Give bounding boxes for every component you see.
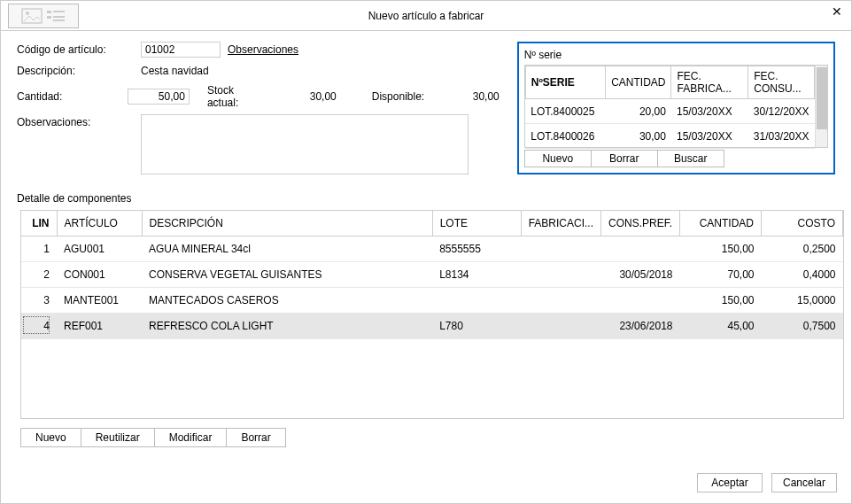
comp-reutilizar-button[interactable]: Reutilizar [81, 428, 155, 447]
observaciones-link[interactable]: Observaciones [228, 43, 298, 56]
svg-rect-5 [53, 16, 65, 18]
serie-buscar-button[interactable]: Buscar [657, 150, 724, 167]
descripcion-label: Descripción: [17, 63, 141, 79]
dialog-actions: Aceptar Cancelar [697, 473, 837, 492]
aceptar-button[interactable]: Aceptar [697, 473, 763, 492]
comp-col-cons[interactable]: CONS.PREF. [600, 211, 679, 236]
comp-col-lote[interactable]: LOTE [432, 211, 521, 236]
comp-col-costo[interactable]: COSTO [762, 211, 843, 236]
table-row[interactable]: 1 AGU001 AGUA MINERAL 34cl 8555555 150,0… [21, 236, 843, 261]
table-row[interactable]: 4 REF001 REFRESCO COLA LIGHT L780 23/06/… [21, 313, 843, 338]
serie-heading: Nº serie [524, 49, 828, 61]
svg-rect-6 [53, 19, 65, 21]
scrollbar-thumb[interactable] [817, 67, 827, 129]
codigo-input[interactable] [141, 42, 221, 58]
lines-icon [46, 8, 66, 24]
svg-rect-3 [53, 11, 65, 12]
article-form: Código de artículo: Observaciones Descri… [17, 42, 500, 180]
stock-label: Stock actual: [207, 84, 261, 109]
cantidad-input[interactable] [128, 89, 190, 105]
cancelar-button[interactable]: Cancelar [771, 473, 837, 492]
window-title: Nuevo artículo a fabricar [368, 10, 484, 22]
close-icon[interactable]: ✕ [832, 4, 842, 19]
serie-table[interactable]: NºSERIE CANTIDAD FEC. FABRICA... FEC. CO… [525, 66, 815, 149]
comp-col-cant[interactable]: CANTIDAD [680, 211, 762, 236]
components-table[interactable]: LIN ARTÍCULO DESCRIPCIÓN LOTE FABRICACI.… [21, 211, 843, 339]
table-row[interactable]: 2 CON001 CONSERVA VEGETAL GUISANTES L813… [21, 261, 843, 287]
serie-col-feccons[interactable]: FEC. CONSU... [748, 66, 815, 99]
comp-col-art[interactable]: ARTÍCULO [57, 211, 142, 236]
svg-point-1 [26, 12, 29, 15]
serie-col-nserie[interactable]: NºSERIE [525, 66, 605, 99]
comp-nuevo-button[interactable]: Nuevo [20, 428, 81, 447]
titlebar: Nuevo artículo a fabricar ✕ [1, 1, 851, 31]
serie-panel: Nº serie NºSERIE CANTIDAD FEC. FABRICA..… [517, 42, 835, 174]
descripcion-value: Cesta navidad [141, 65, 209, 77]
comp-borrar-button[interactable]: Borrar [226, 428, 285, 447]
components-buttons: Nuevo Reutilizar Modificar Borrar [20, 428, 832, 447]
picture-icon [21, 8, 43, 24]
obs2-label: Observaciones: [17, 114, 141, 130]
dialog-window: Nuevo artículo a fabricar ✕ Código de ar… [0, 0, 852, 504]
codigo-label: Código de artículo: [17, 42, 141, 58]
disponible-value: 30,00 [473, 90, 500, 103]
serie-row[interactable]: LOT.8400025 20,00 15/03/20XX 30/12/20XX [525, 99, 814, 124]
serie-nuevo-button[interactable]: Nuevo [524, 150, 592, 167]
components-section-label: Detalle de componentes [17, 192, 835, 205]
disponible-label: Disponible: [372, 90, 424, 103]
serie-row[interactable]: LOT.8400026 30,00 15/03/20XX 31/03/20XX [525, 124, 814, 149]
svg-rect-4 [47, 16, 51, 19]
svg-rect-0 [22, 9, 42, 23]
components-table-wrap: LIN ARTÍCULO DESCRIPCIÓN LOTE FABRICACI.… [20, 210, 844, 419]
serie-col-cantidad[interactable]: CANTIDAD [606, 66, 671, 99]
stock-value: 30,00 [310, 90, 337, 103]
titlebar-view-icon[interactable] [8, 4, 79, 28]
observaciones-textarea[interactable] [141, 114, 469, 174]
comp-col-lin[interactable]: LIN [21, 211, 57, 236]
serie-col-fecfab[interactable]: FEC. FABRICA... [671, 66, 748, 99]
comp-modificar-button[interactable]: Modificar [154, 428, 228, 447]
comp-col-desc[interactable]: DESCRIPCIÓN [142, 211, 432, 236]
serie-scrollbar[interactable] [815, 66, 827, 147]
comp-col-fab[interactable]: FABRICACI... [521, 211, 600, 236]
table-row[interactable]: 3 MANTE001 MANTECADOS CASEROS 150,00 15,… [21, 287, 843, 313]
serie-borrar-button[interactable]: Borrar [591, 150, 658, 167]
cantidad-label: Cantidad: [17, 89, 128, 105]
svg-rect-2 [47, 11, 51, 13]
